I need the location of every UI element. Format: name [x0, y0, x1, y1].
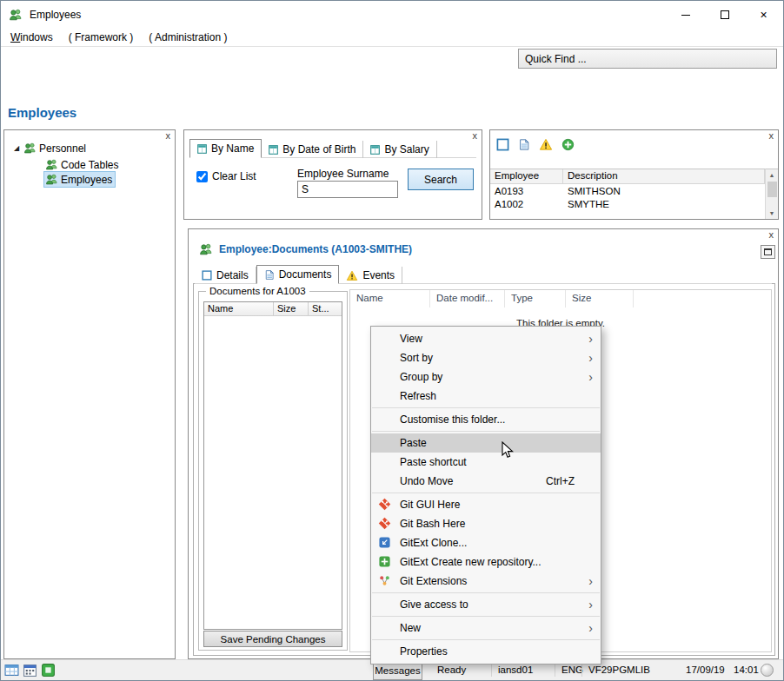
tree-node-label: Code Tables — [61, 159, 119, 171]
menu-item-label: Give access to — [400, 598, 468, 611]
document-icon[interactable] — [518, 138, 530, 151]
documents-panel-close-button[interactable]: x — [769, 229, 774, 240]
warning-icon — [346, 270, 358, 281]
clear-list-label: Clear List — [212, 170, 256, 182]
page-title: Employees — [8, 105, 76, 120]
maximize-button[interactable] — [705, 1, 744, 29]
submenu-arrow-icon: › — [588, 348, 593, 367]
tab-label: Events — [362, 269, 395, 281]
menu-item-label: Properties — [400, 645, 448, 658]
documents-groupbox: Documents for A1003 Name Size St... Save… — [198, 291, 348, 651]
menu-item-paste[interactable]: Paste — [371, 433, 601, 453]
minimize-icon — [681, 15, 690, 16]
menu-item-label: Git GUI Here — [400, 499, 460, 511]
scrollbar-thumb[interactable] — [767, 182, 777, 197]
grid-icon — [370, 145, 380, 155]
pending-documents-list[interactable]: Name Size St... — [203, 301, 342, 630]
doc-column-name[interactable]: Name — [204, 302, 274, 315]
surname-input[interactable] — [297, 181, 398, 198]
scroll-up-icon[interactable]: ▲ — [769, 169, 775, 181]
scroll-down-icon[interactable]: ▼ — [769, 208, 775, 219]
explorer-column-type[interactable]: Type — [505, 290, 566, 307]
tree-node-personnel[interactable]: ◢ Personnel — [12, 142, 86, 155]
minimize-button[interactable] — [666, 1, 705, 29]
menu-item-view[interactable]: View › — [371, 329, 601, 348]
menu-separator — [372, 616, 600, 617]
statusbar-divider — [555, 664, 555, 677]
tree-expander-icon[interactable]: ◢ — [12, 144, 21, 152]
quick-find-box[interactable]: Quick Find ... — [518, 49, 777, 69]
gitext-clone-icon — [378, 536, 391, 549]
menu-item-git-bash-here[interactable]: Git Bash Here — [371, 514, 601, 533]
app-icon — [9, 8, 23, 22]
menu-framework[interactable]: ( Framework ) — [61, 29, 142, 47]
tab-by-date-of-birth[interactable]: By Date of Birth — [262, 141, 363, 158]
table-icon[interactable] — [4, 663, 19, 678]
quick-find-label: Quick Find ... — [525, 53, 587, 65]
tab-label: By Name — [211, 142, 254, 155]
groupbox-title: Documents for A1003 — [206, 286, 309, 296]
menu-item-paste-shortcut[interactable]: Paste shortcut — [371, 453, 601, 472]
clear-list-checkbox[interactable] — [196, 171, 208, 182]
menu-item-gitext-clone[interactable]: GitExt Clone... — [371, 533, 601, 552]
add-icon[interactable] — [561, 138, 575, 151]
details-icon[interactable] — [496, 138, 509, 151]
employee-row[interactable]: A1002 SMYTHE — [490, 197, 765, 210]
menu-item-undo-move[interactable]: Undo Move Ctrl+Z — [371, 472, 601, 491]
explorer-column-size[interactable]: Size — [566, 290, 634, 307]
close-icon: × — [760, 9, 767, 21]
search-panel-close-button[interactable]: x — [473, 130, 478, 141]
grid-icon — [197, 144, 207, 154]
menu-item-git-gui-here[interactable]: Git GUI Here — [371, 495, 601, 514]
doc-column-size[interactable]: Size — [274, 302, 309, 315]
people-icon — [45, 158, 58, 171]
menu-item-customise-this-folder[interactable]: Customise this folder... — [371, 410, 601, 429]
menu-administration[interactable]: ( Administration ) — [141, 29, 235, 47]
warning-icon[interactable] — [539, 138, 553, 151]
employee-search-panel: x By Name By Date of Birth By Salary Cle… — [183, 129, 482, 220]
menu-item-group-by[interactable]: Group by › — [371, 367, 601, 387]
menu-separator — [372, 431, 600, 432]
menu-windows[interactable]: Windows — [3, 29, 61, 47]
panel-maximize-button[interactable] — [761, 245, 775, 259]
employee-row[interactable]: A0193 SMITHSON — [490, 184, 765, 197]
status-date: 17/09/19 — [686, 664, 725, 675]
tab-by-name[interactable]: By Name — [189, 139, 262, 158]
employee-id-cell: A0193 — [490, 186, 563, 196]
surname-label: Employee Surname — [297, 168, 389, 180]
tab-events[interactable]: Events — [339, 267, 402, 284]
menu-item-properties[interactable]: Properties — [371, 642, 601, 661]
save-pending-changes-button[interactable]: Save Pending Changes — [203, 631, 342, 647]
explorer-column-date-modified[interactable]: Date modif... — [430, 290, 505, 307]
menu-item-label: Refresh — [400, 390, 436, 402]
menu-item-label: Paste shortcut — [400, 456, 467, 468]
tree-node-code-tables[interactable]: Code Tables — [44, 157, 122, 172]
results-panel-close-button[interactable]: x — [769, 130, 774, 141]
menu-item-give-access-to[interactable]: Give access to › — [371, 595, 601, 614]
search-button[interactable]: Search — [408, 169, 474, 190]
menu-item-gitext-create-new-repository[interactable]: GitExt Create new repository... — [371, 552, 601, 572]
submenu-arrow-icon: › — [588, 367, 593, 387]
menu-item-new[interactable]: New › — [371, 618, 601, 638]
menu-item-label: Git Bash Here — [400, 518, 465, 530]
menu-item-refresh[interactable]: Refresh — [371, 387, 601, 406]
green-app-icon[interactable] — [41, 663, 56, 678]
search-tabstrip: By Name By Date of Birth By Salary — [189, 139, 437, 158]
explorer-column-name[interactable]: Name — [350, 290, 430, 307]
calendar-icon[interactable] — [23, 663, 37, 678]
tree-panel-close-button[interactable]: x — [166, 130, 171, 141]
vertical-scrollbar[interactable]: ▲ ▼ — [765, 169, 778, 219]
menu-item-sort-by[interactable]: Sort by › — [371, 348, 601, 367]
column-header-employee[interactable]: Employee — [490, 169, 563, 183]
doc-column-status[interactable]: St... — [309, 302, 342, 315]
status-text: Ready — [437, 664, 466, 675]
tab-details[interactable]: Details — [195, 267, 256, 284]
tree-node-employees[interactable]: Employees — [44, 172, 115, 187]
column-header-description[interactable]: Description — [563, 169, 765, 183]
tab-documents[interactable]: Documents — [256, 265, 340, 284]
tab-by-salary[interactable]: By Salary — [363, 141, 436, 158]
close-button[interactable]: × — [744, 1, 783, 29]
people-icon — [45, 173, 58, 186]
menu-item-git-extensions[interactable]: Git Extensions › — [371, 572, 601, 591]
status-user: iansd01 — [498, 664, 533, 675]
